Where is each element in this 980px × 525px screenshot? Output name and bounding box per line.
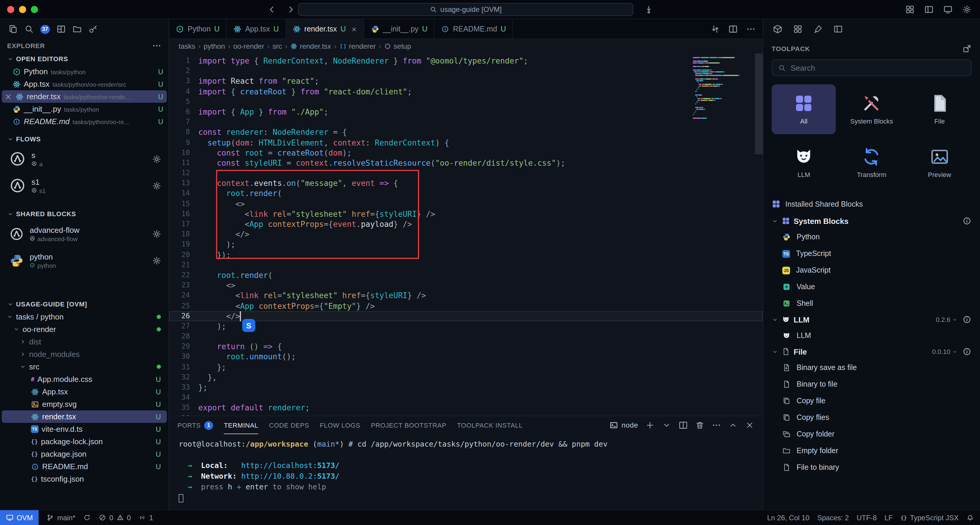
code-line-10[interactable]: 10 const root = createRoot(dom);: [169, 148, 763, 158]
code-line-33[interactable]: 33 };: [169, 383, 763, 393]
code-line-24[interactable]: 24 <link rel="stylesheet" href={styleURI…: [169, 291, 763, 301]
encoding[interactable]: UTF-8: [856, 514, 877, 522]
back-icon[interactable]: [267, 5, 277, 14]
tree-item-tasks-python[interactable]: tasks / python: [2, 311, 167, 323]
open-editor-app-tsx[interactable]: App.tsx tasks/python/oo-render/src U: [2, 78, 167, 90]
flow-item-s[interactable]: s a: [0, 145, 169, 172]
gear-icon[interactable]: [152, 181, 161, 190]
zoom-window-button[interactable]: [31, 6, 38, 13]
code-line-32[interactable]: 32 },: [169, 372, 763, 383]
chevron-down-icon[interactable]: [19, 364, 26, 370]
block-item-copy-file[interactable]: Copy file: [764, 393, 980, 409]
command-center[interactable]: usage-guide [OVM]: [298, 3, 633, 16]
chevron-right-icon[interactable]: [19, 351, 26, 357]
split-editor-icon[interactable]: [728, 24, 738, 34]
flows-header[interactable]: FLOWS: [0, 132, 169, 145]
tree-item-empty-svg[interactable]: empty.svg U: [2, 398, 167, 410]
panel-tab-code-deps[interactable]: CODE DEPS: [269, 416, 309, 434]
block-item-typescript[interactable]: TS TypeScript: [764, 245, 980, 262]
apps-grid-icon[interactable]: [905, 5, 915, 14]
code-line-22[interactable]: 22 root.render(: [169, 270, 763, 280]
chevron-right-icon[interactable]: [19, 338, 26, 345]
breadcrumb-item-python[interactable]: python: [204, 42, 225, 51]
package-icon[interactable]: [773, 24, 782, 34]
block-item-llm[interactable]: LLM: [764, 327, 980, 344]
code-line-36[interactable]: 36: [169, 413, 763, 416]
code-line-7[interactable]: 7: [169, 117, 763, 127]
breadcrumb-item-render-tsx[interactable]: render.tsx: [290, 42, 331, 51]
info-icon[interactable]: [962, 216, 972, 226]
code-line-5[interactable]: 5: [169, 97, 763, 107]
gear-icon[interactable]: [152, 256, 161, 265]
block-item-value[interactable]: Value: [764, 279, 980, 295]
panel-tab-terminal[interactable]: TERMINAL: [224, 416, 258, 434]
brush-icon[interactable]: [813, 24, 823, 34]
search-icon[interactable]: [24, 24, 34, 34]
block-item-copy-flies[interactable]: Copy flies: [764, 409, 980, 426]
code-line-35[interactable]: 35 export default renderer;: [169, 403, 763, 413]
breadcrumb-item-renderer[interactable]: renderer: [339, 42, 376, 51]
breadcrumb-item-tasks[interactable]: tasks: [179, 42, 195, 51]
code-line-26[interactable]: 26 </>: [169, 311, 763, 321]
tree-item-render-tsx[interactable]: render.tsx U: [2, 410, 167, 423]
code-line-20[interactable]: 20 });: [169, 250, 763, 260]
code-line-31[interactable]: 31 };: [169, 362, 763, 372]
toolpack-card-system-blocks[interactable]: System Blocks: [840, 85, 904, 134]
code-line-1[interactable]: 1 import type { RenderContext, NodeRende…: [169, 56, 763, 66]
layout-icon[interactable]: [834, 24, 843, 34]
section-header-file[interactable]: File 0.0.10: [764, 344, 980, 359]
chevron-down-icon[interactable]: [13, 326, 19, 333]
notifications-bell-icon[interactable]: [966, 514, 974, 522]
minimize-window-button[interactable]: [19, 6, 26, 13]
indentation[interactable]: Spaces: 2: [817, 514, 849, 522]
shared-blocks-header[interactable]: SHARED BLOCKS: [0, 207, 169, 220]
toolpack-card-transform[interactable]: Transform: [840, 138, 904, 188]
maximize-panel-icon[interactable]: [728, 420, 738, 430]
panel-tab-toolpack-install[interactable]: TOOLPACK INSTALL: [457, 416, 523, 434]
section-header-system-blocks[interactable]: System Blocks: [764, 213, 980, 229]
more-icon[interactable]: [152, 41, 161, 51]
tree-item-oo-render[interactable]: oo-render: [2, 323, 167, 335]
code-line-30[interactable]: 30 root.unmount();: [169, 352, 763, 362]
editor-layout-icon[interactable]: [56, 24, 66, 34]
tab-app-tsx[interactable]: App.tsx U: [227, 19, 286, 38]
folder-icon[interactable]: [72, 24, 82, 34]
code-line-16[interactable]: 16 <link rel="stylesheet" href={styleURI…: [169, 209, 763, 219]
code-line-14[interactable]: 14 root.render(: [169, 188, 763, 199]
code-line-9[interactable]: 9 setup(dom: HTMLDivElement, context: Re…: [169, 137, 763, 148]
editor-scrollbar[interactable]: [755, 53, 763, 155]
tree-item-src[interactable]: src: [2, 361, 167, 373]
block-item-javascript[interactable]: JS JavaScript: [764, 262, 980, 279]
tree-item-app-tsx[interactable]: App.tsx U: [2, 385, 167, 398]
code-line-28[interactable]: 28: [169, 331, 763, 341]
code-line-12[interactable]: 12: [169, 168, 763, 178]
eol[interactable]: LF: [885, 514, 893, 522]
tree-item-readme-md[interactable]: README.md U: [2, 460, 167, 473]
terminal[interactable]: root@localhost:/app/workspace (main*) # …: [169, 434, 763, 509]
code-line-3[interactable]: 3 import React from "react";: [169, 76, 763, 86]
breadcrumb-item-src[interactable]: src: [272, 42, 282, 51]
code-line-29[interactable]: 29 return () => {: [169, 342, 763, 352]
info-icon[interactable]: [962, 315, 972, 324]
open-editor-render-tsx[interactable]: render.tsx tasks/python/oo-rende... U: [2, 90, 167, 103]
minimap[interactable]: [693, 57, 752, 121]
block-item-python[interactable]: Python: [764, 229, 980, 245]
git-fetch-icon[interactable]: [644, 5, 654, 14]
more-icon[interactable]: [746, 24, 756, 34]
block-item-shell[interactable]: Shell: [764, 295, 980, 312]
project-header[interactable]: USAGE-GUIDE [OVM]: [0, 298, 169, 311]
tree-item-app-module-css[interactable]: # App.module.css U: [2, 373, 167, 385]
block-item-binary-to-file[interactable]: Binary to file: [764, 376, 980, 393]
code-line-4[interactable]: 4 import { createRoot } from "react-dom/…: [169, 86, 763, 96]
close-panel-icon[interactable]: [745, 420, 754, 430]
code-line-13[interactable]: 13 context.events.on("message", event =>…: [169, 179, 763, 188]
toolpack-search-input[interactable]: Search: [772, 59, 972, 76]
toolpack-card-all[interactable]: All: [772, 85, 836, 134]
sync-icon[interactable]: [83, 514, 91, 522]
forward-icon[interactable]: [286, 5, 296, 14]
code-line-8[interactable]: 8 const renderer: NodeRenderer = {: [169, 128, 763, 137]
shared-block-advanced-flow[interactable]: advanced-flow advanced-flow: [0, 220, 169, 247]
code-line-15[interactable]: 15 <>: [169, 199, 763, 209]
compare-icon[interactable]: [711, 24, 720, 34]
toolpack-card-llm[interactable]: LLM: [772, 138, 836, 188]
